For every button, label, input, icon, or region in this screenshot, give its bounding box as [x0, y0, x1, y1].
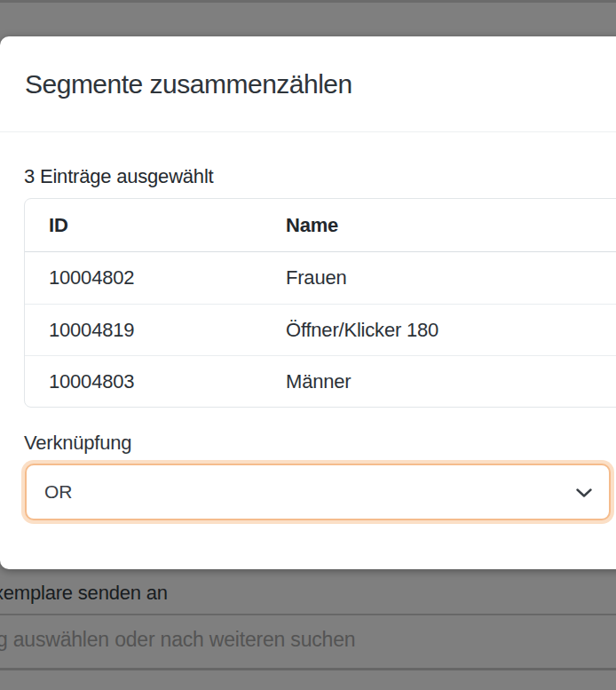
- segment-name: Öffner/Klicker 180: [286, 319, 616, 342]
- segment-name: Männer: [286, 370, 616, 393]
- screen: xemplare senden an g auswählen oder nach…: [0, 0, 616, 690]
- verknuepfung-select-value: OR: [44, 481, 72, 503]
- column-header-name: Name: [286, 214, 616, 237]
- segment-name: Frauen: [286, 266, 616, 289]
- modal-body: 3 Einträge ausgewählt ID Name 10004802 F…: [0, 165, 616, 520]
- segments-table: ID Name 10004802 Frauen 10004819 Öffner/…: [24, 198, 616, 408]
- segment-id: 10004819: [25, 319, 286, 342]
- table-row: 10004819 Öffner/Klicker 180: [25, 304, 616, 355]
- table-row: 10004802 Frauen: [25, 252, 616, 304]
- chevron-down-icon: [576, 481, 592, 503]
- segment-id: 10004802: [25, 266, 286, 289]
- modal-header: Segmente zusammenzählen: [0, 36, 616, 132]
- selected-count-label: 3 Einträge ausgewählt: [24, 165, 616, 188]
- verknuepfung-label: Verknüpfung: [24, 432, 616, 455]
- verknuepfung-select[interactable]: OR: [25, 464, 611, 520]
- modal-dialog: Segmente zusammenzählen 3 Einträge ausge…: [0, 36, 616, 569]
- segment-id: 10004803: [25, 370, 286, 393]
- table-row: 10004803 Männer: [25, 355, 616, 407]
- modal-title: Segmente zusammenzählen: [25, 69, 352, 99]
- column-header-id: ID: [25, 214, 286, 237]
- table-header-row: ID Name: [25, 199, 616, 252]
